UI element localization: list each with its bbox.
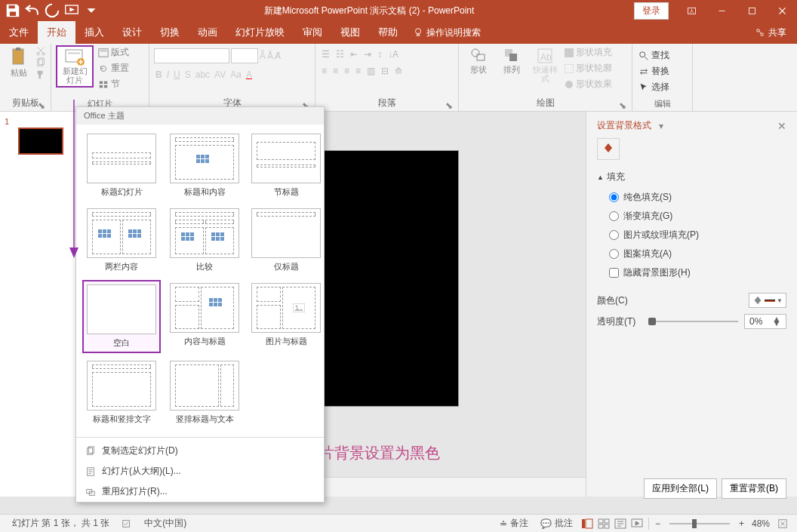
shadow-icon[interactable]: abc [195,69,210,80]
tab-insert[interactable]: 插入 [75,21,113,44]
fill-tab-icon[interactable] [597,138,620,160]
tab-view[interactable]: 视图 [331,21,369,44]
tab-animations[interactable]: 动画 [189,21,226,44]
layout-content-caption[interactable]: 内容与标题 [167,280,242,353]
tab-design[interactable]: 设计 [113,21,151,44]
increase-font-icon[interactable]: Â [260,51,266,61]
arrange-button[interactable]: 排列 [497,45,527,75]
reset-button[interactable]: 重置 [97,61,131,75]
zoom-value[interactable]: 48% [747,518,774,529]
layout-comparison[interactable]: 比较 [167,205,242,275]
transparency-value[interactable]: 0%▲▼ [744,314,786,329]
duplicate-slide-action[interactable]: 复制选定幻灯片(D) [76,441,324,461]
font-color-icon[interactable]: A [246,69,252,80]
align-right-icon[interactable]: ≡ [344,66,349,76]
cut-icon[interactable] [35,45,46,56]
columns-icon[interactable]: ▥ [367,66,375,76]
layout-title-vertical-text[interactable]: 标题和竖排文字 [82,358,161,428]
comments-toggle[interactable]: 💬批注 [534,517,579,530]
tab-help[interactable]: 帮助 [369,21,407,44]
dialog-launcher-icon[interactable]: ⬊ [37,100,46,109]
sorter-view-icon[interactable] [595,516,612,531]
layout-section-header[interactable]: 节标题 [248,131,324,201]
radio-picture-fill[interactable]: 图片或纹理填充(P) [609,229,786,241]
underline-icon[interactable]: U [174,69,180,80]
indent-inc-icon[interactable]: ⇥ [364,49,371,60]
slides-from-outline-action[interactable]: 幻灯片(从大纲)(L)... [76,461,324,481]
tab-transitions[interactable]: 切换 [151,21,189,44]
section-button[interactable]: 节 [97,77,131,91]
tell-me-search[interactable]: 操作说明搜索 [407,26,487,39]
decrease-font-icon[interactable]: Ǎ [267,51,273,61]
quickstyles-button[interactable]: Ab快速样式 [530,45,560,85]
paste-button[interactable]: 粘贴 [5,45,32,78]
layout-picture-caption[interactable]: 图片与标题 [248,280,324,353]
shape-effects-button[interactable]: 形状效果 [563,77,614,91]
start-slideshow-icon[interactable] [63,2,80,19]
justify-icon[interactable]: ≡ [355,66,361,76]
numbering-icon[interactable]: ☷ [336,49,344,60]
tab-slideshow[interactable]: 幻灯片放映 [226,21,294,44]
align-left-icon[interactable]: ≡ [322,66,327,76]
reading-view-icon[interactable] [612,516,629,531]
checkbox-hide-bg[interactable]: 隐藏背景图形(H) [609,266,786,279]
login-button[interactable]: 登录 [634,2,669,20]
bullets-icon[interactable]: ☰ [322,49,330,60]
fill-section-header[interactable]: ▲填充 [597,171,786,183]
maximize-icon[interactable] [737,0,767,21]
align-text-icon[interactable]: ⊟ [381,66,389,76]
radio-gradient-fill[interactable]: 渐变填充(G) [609,210,786,223]
format-painter-icon[interactable] [35,69,46,80]
slide-thumbnail[interactable] [18,128,63,155]
layout-two-content[interactable]: 两栏内容 [82,205,161,275]
shapes-button[interactable]: 形状 [463,45,494,75]
layout-blank[interactable]: 空白 [82,280,161,353]
tab-file[interactable]: 文件 [0,21,38,44]
font-size-input[interactable] [231,48,258,63]
select-button[interactable]: 选择 [637,80,671,94]
zoom-out-icon[interactable]: − [652,518,663,529]
indent-dec-icon[interactable]: ⇤ [350,49,358,60]
bold-icon[interactable]: B [155,69,162,80]
radio-solid-fill[interactable]: 纯色填充(S) [609,191,786,204]
pane-close-icon[interactable]: ✕ [777,120,786,132]
italic-icon[interactable]: I [167,69,169,80]
slide-thumbnail-panel[interactable]: 1 [0,112,83,497]
slide-count[interactable]: 幻灯片 第 1 张， 共 1 张 [6,517,115,530]
color-picker-button[interactable]: ▼ [749,293,786,308]
find-button[interactable]: 查找 [637,48,671,63]
tab-home[interactable]: 开始 [38,21,75,44]
case-icon[interactable]: Aa [230,69,242,80]
zoom-slider[interactable] [669,523,730,524]
smartart-icon[interactable]: ⟰ [395,66,402,76]
shape-outline-button[interactable]: 形状轮廓 [563,61,614,75]
layout-title-slide[interactable]: 标题幻灯片 [82,131,161,201]
font-family-input[interactable] [154,48,229,63]
radio-pattern-fill[interactable]: 图案填充(A) [609,248,786,260]
line-spacing-icon[interactable]: ↕ [377,49,382,60]
qat-more-icon[interactable] [83,2,100,19]
ribbon-options-icon[interactable] [676,0,706,21]
layout-vertical-title-text[interactable]: 竖排标题与文本 [167,358,242,428]
share-button[interactable]: 共享 [744,26,797,39]
new-slide-button[interactable]: 新建幻灯片 [56,45,94,88]
undo-icon[interactable] [24,2,41,19]
minimize-icon[interactable] [706,0,737,21]
layout-title-content[interactable]: 标题和内容 [167,131,242,201]
spell-check-icon[interactable] [115,518,138,529]
fit-window-icon[interactable] [774,516,791,531]
strike-icon[interactable]: S [185,69,191,80]
align-center-icon[interactable]: ≡ [333,66,338,76]
spacing-icon[interactable]: AV [214,69,226,80]
text-dir-icon[interactable]: ↓A [388,49,398,60]
redo-icon[interactable] [44,2,60,19]
dialog-launcher-icon[interactable]: ⬊ [445,100,454,109]
pane-dropdown-icon[interactable]: ▾ [659,121,663,131]
copy-icon[interactable] [35,57,46,68]
reset-bg-button[interactable]: 重置背景(B) [722,478,786,499]
layout-title-only[interactable]: 仅标题 [248,205,324,275]
close-icon[interactable] [767,0,797,21]
clear-format-icon[interactable]: A̸ [275,51,281,61]
language[interactable]: 中文(中国) [138,517,192,530]
layout-button[interactable]: 版式 [97,45,131,60]
